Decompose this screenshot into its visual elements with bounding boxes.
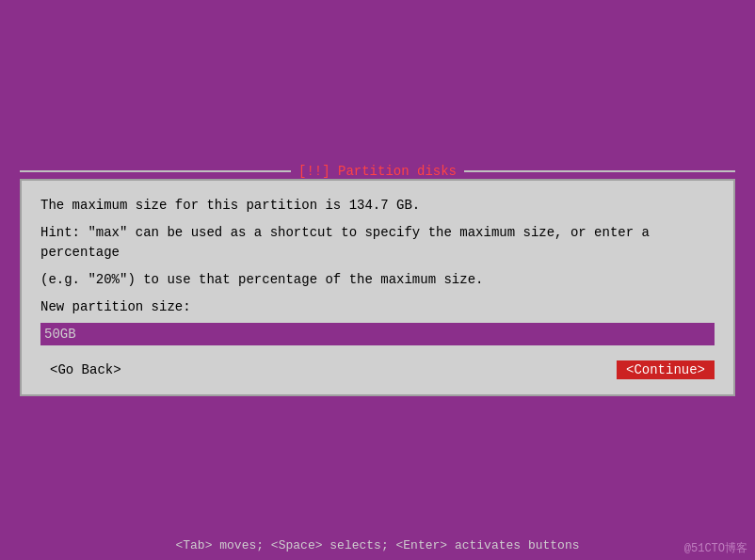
- buttons-row: <Go Back> <Continue>: [40, 360, 715, 379]
- input-label: New partition size:: [40, 297, 715, 317]
- dialog-content: The maximum size for this partition is 1…: [40, 196, 715, 379]
- input-wrapper[interactable]: [40, 323, 715, 345]
- info-line3: (e.g. "20%") to use that percentage of t…: [40, 270, 715, 290]
- title-line-right: [464, 170, 735, 172]
- title-line-left: [20, 170, 291, 172]
- continue-button[interactable]: <Continue>: [617, 360, 715, 379]
- dialog-title-bar: [!!] Partition disks: [20, 164, 735, 179]
- partition-size-input[interactable]: [40, 325, 715, 344]
- main-screen: [!!] Partition disks The maximum size fo…: [0, 0, 755, 560]
- dialog-title: [!!] Partition disks: [291, 164, 464, 179]
- info-line1: The maximum size for this partition is 1…: [40, 196, 715, 216]
- go-back-button[interactable]: <Go Back>: [40, 360, 131, 379]
- status-bar: <Tab> moves; <Space> selects; <Enter> ac…: [0, 538, 755, 552]
- dialog-wrapper: [!!] Partition disks The maximum size fo…: [20, 164, 735, 396]
- info-line2: Hint: "max" can be used as a shortcut to…: [40, 223, 715, 263]
- watermark: @51CTO博客: [684, 540, 747, 556]
- dialog-box: The maximum size for this partition is 1…: [20, 179, 735, 396]
